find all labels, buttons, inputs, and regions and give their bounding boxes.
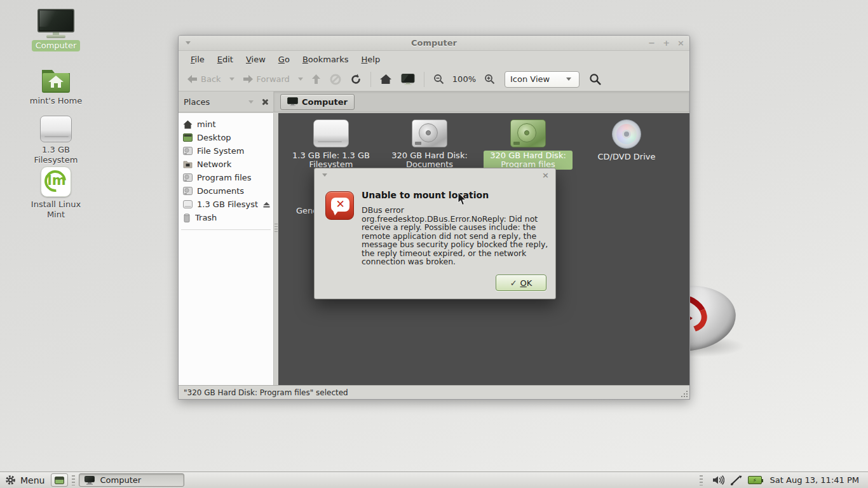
maximize-button[interactable]: +	[663, 37, 670, 50]
desktop-icon-install-mint[interactable]: lm Install Linux Mint	[21, 166, 91, 220]
tray-handle[interactable]	[700, 475, 703, 485]
forward-arrow-icon	[243, 74, 254, 84]
status-text: "320 GB Hard Disk: Program files" select…	[184, 388, 348, 397]
sidebar-item-filesystem-volume[interactable]: 1.3 GB Filesyst...	[179, 198, 273, 211]
sidebar-item-desktop[interactable]: Desktop	[179, 131, 273, 144]
back-button[interactable]: Back	[184, 72, 224, 86]
home-button[interactable]	[377, 71, 395, 87]
window-title: Computer	[179, 36, 689, 50]
show-desktop-button[interactable]	[51, 473, 68, 487]
window-shade-icon[interactable]	[186, 41, 191, 44]
desktop-icon-label: 1.3 GB Filesystem	[21, 144, 91, 166]
zoom-out-button[interactable]	[430, 71, 447, 87]
minimize-button[interactable]: −	[648, 37, 655, 50]
drive-icon	[183, 147, 193, 155]
volume-item-program-files[interactable]: 320 GB Hard Disk: Program files	[480, 119, 576, 170]
computer-icon	[85, 476, 95, 484]
desktop-icon-home[interactable]: mint's Home	[21, 64, 91, 107]
zoom-in-button[interactable]	[481, 71, 498, 87]
desktop-icon-filesystem[interactable]: 1.3 GB Filesystem	[21, 116, 91, 166]
stop-button[interactable]	[327, 71, 344, 88]
sidebar-item-file-system[interactable]: File System	[179, 144, 273, 158]
ok-button[interactable]: ✓ OK	[496, 274, 546, 291]
desktop-icon	[183, 133, 193, 142]
input-tool-icon[interactable]	[730, 475, 742, 485]
computer-monitor-icon	[37, 9, 74, 38]
sidebar-item-documents[interactable]: Documents	[179, 184, 273, 198]
battery-icon[interactable]: ⚡	[748, 476, 762, 484]
trash-icon	[183, 214, 191, 222]
panel-handle[interactable]	[72, 475, 75, 485]
menu-label: Menu	[20, 475, 44, 485]
menu-bookmarks[interactable]: Bookmarks	[297, 53, 355, 66]
network-icon	[183, 160, 193, 168]
places-selector[interactable]: Places	[184, 97, 241, 107]
window-titlebar[interactable]: Computer − + ×	[179, 36, 689, 51]
drive-icon	[183, 187, 193, 195]
sidebar-header: Places	[179, 92, 274, 112]
taskbar: Menu Computer ⚡	[0, 471, 868, 488]
chevron-down-icon	[566, 78, 571, 81]
dialog-titlebar[interactable]: ×	[315, 168, 555, 180]
dialog-title: Unable to mount location	[362, 190, 489, 200]
dialog-message: DBus error org.freedesktop.DBus.Error.No…	[362, 206, 550, 266]
zoom-in-icon	[484, 74, 495, 85]
eject-icon[interactable]	[262, 201, 271, 208]
view-mode-value: Icon View	[510, 74, 550, 84]
volume-item-filesystem[interactable]: 1.3 GB File: 1.3 GB Filesystem	[283, 119, 379, 170]
sidebar-separator	[181, 229, 271, 230]
sidebar-close-icon[interactable]	[261, 98, 268, 105]
menu-view[interactable]: View	[240, 53, 271, 66]
menu-file[interactable]: File	[185, 53, 210, 66]
drive-icon	[40, 116, 72, 142]
forward-history-dropdown-icon[interactable]	[298, 78, 303, 81]
path-button-computer[interactable]: Computer	[280, 94, 355, 110]
sidebar-item-program-files[interactable]: Program files	[179, 171, 273, 184]
drive-icon	[183, 173, 193, 182]
up-button[interactable]	[308, 71, 324, 87]
mouse-cursor	[458, 193, 467, 206]
desktop-icon-label: mint's Home	[26, 95, 86, 107]
menu-bar: File Edit View Go Bookmarks Help	[179, 51, 689, 67]
dialog-close-button[interactable]: ×	[542, 170, 549, 180]
volume-item-documents[interactable]: 320 GB Hard Disk: Documents	[382, 119, 477, 170]
back-history-dropdown-icon[interactable]	[229, 78, 234, 81]
cd-dvd-icon	[612, 119, 641, 149]
pane-splitter[interactable]	[274, 113, 278, 385]
resize-grip[interactable]	[681, 390, 688, 398]
desktop-icon-computer[interactable]: Computer	[21, 9, 91, 51]
drive-icon	[183, 200, 193, 208]
computer-icon	[287, 97, 298, 106]
places-dropdown-icon[interactable]	[248, 100, 254, 104]
search-button[interactable]	[586, 71, 604, 88]
close-button[interactable]: ×	[677, 37, 684, 50]
status-bar: "320 GB Hard Disk: Program files" select…	[179, 385, 689, 399]
menu-help[interactable]: Help	[356, 53, 386, 66]
reload-icon	[350, 74, 362, 85]
computer-button[interactable]	[398, 71, 418, 88]
menu-go[interactable]: Go	[273, 53, 295, 66]
sidebar-item-mint[interactable]: mint	[179, 118, 273, 131]
sidebar-item-network[interactable]: Network	[179, 158, 273, 171]
places-sidebar: mint Desktop	[179, 113, 274, 385]
home-folder-icon	[39, 64, 72, 93]
taskbar-window-button[interactable]: Computer	[79, 473, 184, 487]
error-dialog: × ✕ Unable to mount location DBus error …	[314, 168, 556, 299]
path-row: Places Computer	[179, 92, 689, 112]
volume-item-cd-dvd[interactable]: CD/DVD Drive	[579, 119, 674, 162]
volume-icon[interactable]	[712, 475, 724, 485]
up-arrow-icon	[311, 74, 321, 85]
menu-button[interactable]: Menu	[4, 473, 48, 487]
drive-icon	[313, 119, 349, 147]
reload-button[interactable]	[347, 71, 365, 88]
forward-button[interactable]: Forward	[240, 72, 293, 86]
menu-edit[interactable]: Edit	[212, 53, 239, 66]
dialog-shade-icon[interactable]	[322, 173, 327, 177]
view-mode-select[interactable]: Icon View	[505, 71, 580, 88]
clock[interactable]: Sat Aug 13, 11:41 PM	[770, 475, 859, 485]
error-icon: ✕	[325, 191, 354, 220]
search-icon	[589, 73, 601, 85]
sidebar-item-trash[interactable]: Trash	[179, 211, 273, 224]
desktop-icon-label: Computer	[32, 40, 81, 51]
check-icon: ✓	[510, 278, 517, 288]
